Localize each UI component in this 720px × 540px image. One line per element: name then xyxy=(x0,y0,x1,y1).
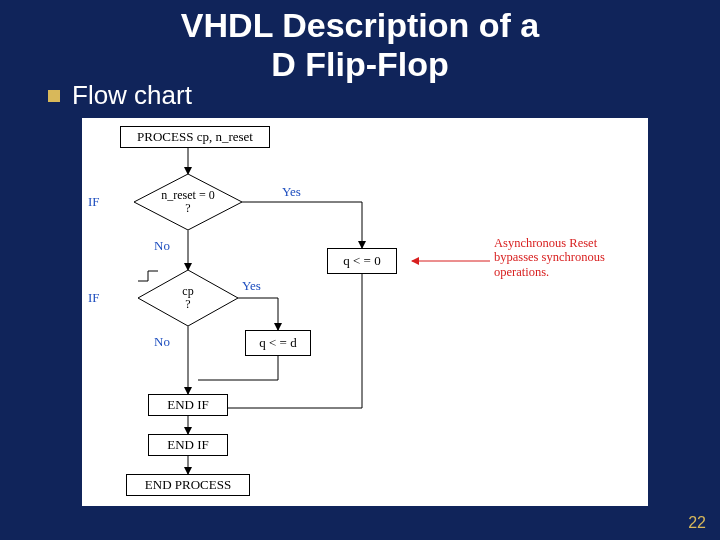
subtitle-row: Flow chart xyxy=(48,80,192,111)
no-label-2: No xyxy=(154,334,170,350)
endprocess-box: END PROCESS xyxy=(126,474,250,496)
endif-box-2: END IF xyxy=(148,434,228,456)
diamond2-q: ? xyxy=(185,298,190,311)
annotation-line3: operations. xyxy=(494,265,549,279)
assign-qd-box: q < = d xyxy=(245,330,311,356)
process-box: PROCESS cp, n_reset xyxy=(120,126,270,148)
flowchart-canvas: PROCESS cp, n_reset IF n_reset = 0 ? Yes… xyxy=(82,118,648,506)
assign-q0-box: q < = 0 xyxy=(327,248,397,274)
no-label-1: No xyxy=(154,238,170,254)
endif-box-1: END IF xyxy=(148,394,228,416)
annotation-line2: bypasses synchronous xyxy=(494,250,605,264)
if-label-2: IF xyxy=(88,290,100,306)
bullet-icon xyxy=(48,90,60,102)
decision-cp-edge: cp ? xyxy=(138,270,238,326)
annotation-async-reset: Asynchronous Reset bypasses synchronous … xyxy=(494,236,605,279)
if-label-1: IF xyxy=(88,194,100,210)
page-number: 22 xyxy=(688,514,706,532)
decision-nreset: n_reset = 0 ? xyxy=(134,174,242,230)
slide-title: VHDL Description of a D Flip-Flop xyxy=(0,0,720,84)
diamond1-q: ? xyxy=(185,202,190,215)
yes-label-2: Yes xyxy=(242,278,261,294)
annotation-line1: Asynchronous Reset xyxy=(494,236,597,250)
subtitle-text: Flow chart xyxy=(72,80,192,111)
yes-label-1: Yes xyxy=(282,184,301,200)
title-line1: VHDL Description of a xyxy=(181,6,539,44)
title-line2: D Flip-Flop xyxy=(271,45,449,83)
